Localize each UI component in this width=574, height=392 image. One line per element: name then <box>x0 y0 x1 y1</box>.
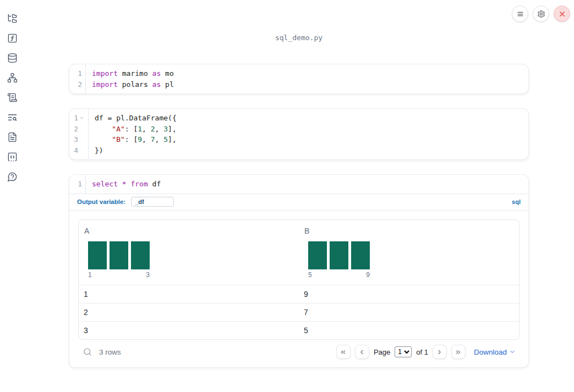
sidebar-item-dependencies[interactable] <box>5 70 19 85</box>
code-line[interactable]: "B": [9, 7, 5], <box>95 134 177 145</box>
code-token: 1 <box>138 125 142 133</box>
output-variable-label: Output variable: <box>77 198 125 205</box>
code-token: , <box>142 125 151 133</box>
chevrons-left-icon <box>340 349 347 356</box>
page-select[interactable]: 1 <box>395 346 412 357</box>
histogram-min-label: 1 <box>88 271 92 279</box>
notebook: sql_demo.py 12 import marimo as moimport… <box>69 0 529 368</box>
code-square-icon <box>7 152 18 162</box>
gutter-line: 4 <box>69 145 85 156</box>
code-token: import <box>92 80 118 89</box>
code-line[interactable]: import polars as pl <box>92 79 174 90</box>
line-number-gutter: 1 <box>69 175 86 194</box>
sql-editor[interactable]: 1 select * from df <box>69 175 528 194</box>
pagination: Page 1 of 1 Download <box>336 345 520 359</box>
histogram-bar <box>88 241 107 269</box>
sidebar-item-variables[interactable] <box>5 31 19 45</box>
histogram-max-label: 9 <box>366 271 370 279</box>
data-table: A 1 3 B <box>78 219 520 340</box>
scroll-icon <box>7 92 18 103</box>
code-cell-imports: 12 import marimo as moimport polars as p… <box>69 64 529 94</box>
column-label: A <box>84 227 293 235</box>
code-cell-dataframe: 1234 df = pl.DataFrame({ "A": [1, 2, 3],… <box>69 108 529 160</box>
output-variable-input[interactable] <box>131 197 174 207</box>
sidebar-item-datasources[interactable] <box>5 51 19 65</box>
next-page-button[interactable] <box>433 345 447 359</box>
line-number: 3 <box>69 134 78 145</box>
settings-button[interactable] <box>533 5 549 22</box>
histogram-bar <box>110 241 128 269</box>
code-token: , <box>155 135 164 143</box>
first-page-button[interactable] <box>336 345 351 359</box>
chevron-right-icon <box>436 349 443 356</box>
code-lines: import marimo as moimport polars as pl <box>86 64 174 93</box>
line-number: 4 <box>69 145 78 156</box>
histogram-bar <box>351 241 370 269</box>
code-token: as <box>152 69 161 78</box>
table-cell: 3 <box>79 326 299 335</box>
line-number-gutter: 12 <box>69 64 86 93</box>
code-token: "A" <box>112 125 124 133</box>
histogram-bars <box>88 241 150 269</box>
sidebar-item-help[interactable] <box>5 169 19 184</box>
code-editor[interactable]: 12 import marimo as moimport polars as p… <box>69 64 528 93</box>
sql-language-badge[interactable]: sql <box>512 198 521 205</box>
code-line[interactable]: df = pl.DataFrame({ <box>95 113 177 124</box>
gutter-line: 2 <box>69 124 85 135</box>
code-line[interactable]: "A": [1, 2, 3], <box>95 124 177 135</box>
sidebar <box>0 0 24 392</box>
column-histogram: 5 9 <box>308 241 370 279</box>
code-editor[interactable]: 1234 df = pl.DataFrame({ "A": [1, 2, 3],… <box>69 109 528 159</box>
line-number: 2 <box>73 79 82 90</box>
function-square-icon <box>7 33 18 43</box>
prev-page-button[interactable] <box>355 345 369 359</box>
histogram-bars <box>308 241 370 269</box>
code-token: * <box>122 180 127 188</box>
line-number: 1 <box>73 68 82 79</box>
gutter-line: 3 <box>69 134 85 145</box>
chevron-left-icon <box>358 349 365 356</box>
table-row[interactable]: 35 <box>79 321 519 339</box>
table-row[interactable]: 27 <box>79 303 519 321</box>
output-variable-row: Output variable: sql <box>69 194 528 210</box>
shutdown-button[interactable] <box>554 5 570 22</box>
chevrons-right-icon <box>455 349 462 356</box>
code-line[interactable]: select * from df <box>92 179 161 190</box>
code-token: mo <box>161 69 173 78</box>
sql-cell: 1 select * from df Output variable: sql … <box>69 174 529 368</box>
code-token <box>95 125 112 133</box>
close-x-icon <box>558 10 566 18</box>
code-token: polars <box>118 80 152 89</box>
histogram-min-label: 5 <box>308 271 312 279</box>
notebook-filename[interactable]: sql_demo.py <box>69 34 529 42</box>
sidebar-item-tracing[interactable] <box>5 110 19 124</box>
sidebar-item-file-explorer[interactable] <box>5 11 19 25</box>
sidebar-item-snippets[interactable] <box>5 150 19 164</box>
download-button[interactable]: Download <box>474 348 516 356</box>
table-row[interactable]: 19 <box>79 285 519 303</box>
page-total: of 1 <box>416 348 428 356</box>
chevron-down-icon <box>509 349 516 355</box>
sidebar-item-documentation[interactable] <box>5 130 19 144</box>
column-header-b[interactable]: B 5 9 <box>299 220 519 285</box>
gutter-line: 2 <box>73 79 82 90</box>
line-number: 1 <box>69 113 78 124</box>
column-header-a[interactable]: A 1 3 <box>79 220 299 285</box>
last-page-button[interactable] <box>451 345 466 359</box>
column-label: B <box>304 227 513 235</box>
column-histogram: 1 3 <box>88 241 150 279</box>
code-line[interactable]: }) <box>95 145 177 156</box>
sidebar-item-logs[interactable] <box>5 90 19 104</box>
help-bubble-icon <box>7 172 18 182</box>
fold-chevron-icon[interactable] <box>78 115 85 120</box>
table-cell: 9 <box>299 290 519 299</box>
code-line[interactable]: import marimo as mo <box>92 68 174 79</box>
table-search-button[interactable] <box>83 347 92 356</box>
code-token: "B" <box>112 135 124 143</box>
code-token: import <box>92 69 118 78</box>
row-count: 3 rows <box>99 348 121 356</box>
gear-icon <box>537 10 545 18</box>
gutter-line: 1 <box>73 68 82 79</box>
page-label: Page <box>374 348 390 356</box>
histogram-bar <box>308 241 327 269</box>
